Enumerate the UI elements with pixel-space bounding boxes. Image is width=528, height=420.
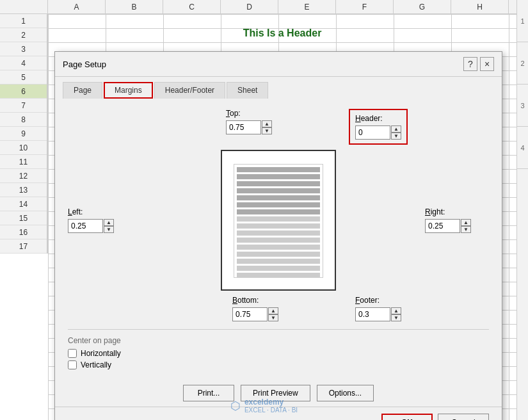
footer-margin-field: Footer: ▲ ▼ (355, 296, 401, 321)
tab-margins[interactable]: Margins (104, 82, 153, 99)
footer-spin-down[interactable]: ▼ (391, 314, 401, 321)
watermark-tagline: EXCEL · DATA · BI (244, 407, 298, 414)
footer-spin: ▲ ▼ (391, 307, 401, 321)
col-header-c: C (163, 0, 221, 13)
paper-row-6 (237, 252, 320, 257)
bottom-margin-field: Bottom: ▲ ▼ (232, 296, 278, 321)
right-label: Right: (425, 207, 489, 216)
row-7: 7 (0, 99, 47, 113)
header-margin-field: Header: ▲ ▼ (355, 114, 401, 140)
paper-preview (221, 150, 336, 291)
horizontally-row: Horizontally (68, 349, 489, 358)
bottom-spin: ▲ ▼ (268, 307, 278, 321)
paper-row-8 (237, 266, 320, 271)
bottom-spin-down[interactable]: ▼ (268, 314, 278, 321)
vertically-checkbox[interactable] (68, 360, 77, 369)
horizontally-checkbox[interactable] (68, 349, 77, 358)
paper-inner (234, 164, 323, 278)
options-button[interactable]: Options... (317, 385, 374, 401)
column-header-row: A B C D E F G H (0, 0, 528, 14)
bottom-spin-up[interactable]: ▲ (268, 307, 278, 314)
col-header-a: A (48, 0, 106, 13)
left-input[interactable] (68, 219, 103, 233)
paper-row-h2 (237, 174, 320, 179)
row-15: 15 (0, 211, 47, 225)
top-input[interactable] (226, 120, 261, 134)
dialog-controls: ? × (463, 57, 494, 71)
right-input[interactable] (425, 219, 460, 233)
left-input-row: ▲ ▼ (68, 219, 132, 233)
col-header-b: B (106, 0, 163, 13)
paper-rows (234, 165, 323, 278)
top-margin-field: Top: ▲ ▼ (226, 109, 272, 145)
right-spin-up[interactable]: ▲ (461, 219, 471, 226)
paper-row-5 (237, 245, 320, 250)
spreadsheet-header: This Is a Header (48, 14, 516, 52)
help-button[interactable]: ? (463, 57, 477, 71)
top-input-row: ▲ ▼ (226, 120, 272, 134)
dialog-tabs: Page Margins Header/Footer Sheet (55, 77, 502, 99)
tab-sheet[interactable]: Sheet (227, 82, 268, 99)
row-9: 9 (0, 127, 47, 141)
bottom-input[interactable] (232, 307, 268, 321)
row-2: 2 (0, 28, 47, 42)
paper-row-h3 (237, 181, 320, 186)
close-button[interactable]: × (480, 57, 494, 71)
row-11: 11 (0, 155, 47, 169)
footer-input[interactable] (355, 307, 390, 321)
vertically-label: Vertically (81, 360, 111, 369)
header-field-wrapper: Header: ▲ ▼ (349, 109, 408, 145)
center-on-page-label: Center on page (68, 336, 489, 345)
left-spin-up[interactable]: ▲ (104, 219, 114, 226)
row-1: 1 (0, 14, 47, 28)
left-margin-field: Left: ▲ ▼ (68, 207, 132, 233)
row-8: 8 (0, 113, 47, 127)
paper-row-h4 (237, 188, 320, 193)
header-spin: ▲ ▼ (391, 125, 401, 140)
watermark-name: exceldemy (244, 398, 298, 407)
col-header-h: H (451, 0, 509, 13)
top-spin: ▲ ▼ (262, 120, 272, 134)
tab-page[interactable]: Page (63, 82, 102, 99)
row-3: 3 (0, 42, 47, 56)
left-spin-down[interactable]: ▼ (104, 226, 114, 233)
paper-row-h1 (237, 167, 320, 172)
header-input[interactable] (355, 125, 390, 140)
watermark: ⬡ exceldemy EXCEL · DATA · BI (230, 398, 298, 414)
footer-spin-up[interactable]: ▲ (391, 307, 401, 314)
top-spin-up[interactable]: ▲ (262, 120, 272, 127)
dialog-content: Top: ▲ ▼ Header: ▲ ▼ (55, 99, 502, 382)
row-numbers: 1 2 3 4 5 6 7 8 9 10 11 12 13 14 15 16 1… (0, 14, 48, 254)
row-10: 10 (0, 141, 47, 155)
center-on-page-section: Center on page Horizontally Vertically (68, 329, 489, 369)
header-spin-up[interactable]: ▲ (391, 125, 401, 133)
paper-row-7 (237, 259, 320, 264)
footer-input-row: ▲ ▼ (355, 307, 401, 321)
row-17: 17 (0, 239, 47, 254)
right-spin-down[interactable]: ▼ (461, 226, 471, 233)
ok-button[interactable]: OK (381, 414, 433, 420)
tab-header-footer[interactable]: Header/Footer (154, 82, 225, 99)
header-input-row: ▲ ▼ (355, 125, 401, 140)
left-label: Left: (68, 207, 132, 216)
right-marker-4: 4 (517, 127, 528, 169)
right-strip: 1 2 3 4 (516, 0, 528, 420)
footer-label: Footer: (355, 296, 401, 305)
row-14: 14 (0, 197, 47, 211)
horizontally-label: Horizontally (81, 349, 121, 358)
cancel-button[interactable]: Cancel (438, 414, 489, 420)
paper-row-h6 (237, 202, 320, 207)
row-5: 5 (0, 70, 47, 85)
vertically-row: Vertically (68, 360, 489, 369)
watermark-text-block: exceldemy EXCEL · DATA · BI (244, 398, 298, 414)
right-margin-field: Right: ▲ ▼ (425, 207, 489, 233)
print-button[interactable]: Print... (183, 385, 234, 401)
right-marker-1: 1 (517, 0, 528, 42)
right-input-row: ▲ ▼ (425, 219, 489, 233)
row-13: 13 (0, 183, 47, 197)
row-16: 16 (0, 225, 47, 239)
header-spin-down[interactable]: ▼ (391, 133, 401, 140)
right-marker-2: 2 (517, 42, 528, 85)
right-marker-3: 3 (517, 85, 528, 127)
top-spin-down[interactable]: ▼ (262, 127, 272, 134)
